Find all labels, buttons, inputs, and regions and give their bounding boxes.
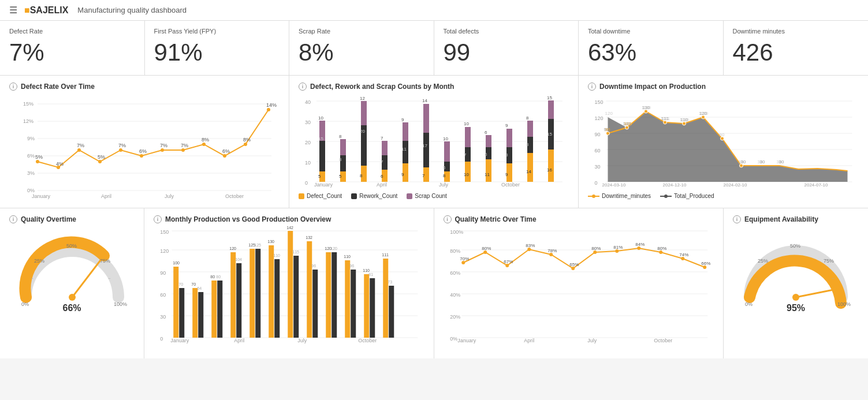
svg-point-26 <box>77 148 81 152</box>
svg-text:5%: 5% <box>35 154 43 160</box>
svg-text:12: 12 <box>360 96 365 101</box>
legend-defect: Defect_Count <box>299 193 342 199</box>
svg-text:7%: 7% <box>160 143 167 148</box>
svg-rect-242 <box>389 286 394 338</box>
svg-text:9: 9 <box>505 123 508 128</box>
svg-text:5: 5 <box>443 165 446 170</box>
kpi-defect-rate-label: Defect Rate <box>9 28 135 35</box>
svg-rect-76 <box>403 122 408 141</box>
legend-rework-color <box>351 193 357 199</box>
info-icon-metric[interactable]: i <box>444 215 452 223</box>
svg-text:2024-12-10: 2024-12-10 <box>663 182 687 188</box>
svg-text:6%: 6% <box>27 153 35 159</box>
svg-text:9%: 9% <box>27 136 35 141</box>
svg-rect-209 <box>230 252 236 338</box>
svg-text:10: 10 <box>305 160 311 166</box>
svg-text:7%: 7% <box>181 143 188 148</box>
legend-defect-color <box>299 193 304 199</box>
svg-text:30: 30 <box>160 314 166 320</box>
svg-point-290 <box>792 294 799 301</box>
svg-text:80%: 80% <box>591 246 601 251</box>
downtime-svg: 0 30 60 90 120 150 <box>588 95 859 188</box>
svg-rect-234 <box>351 270 356 338</box>
svg-rect-210 <box>236 263 241 338</box>
info-icon-defect[interactable]: i <box>9 83 17 91</box>
info-icon-quality[interactable]: i <box>9 215 17 223</box>
svg-text:66%: 66% <box>701 261 710 266</box>
defect-rework-legend: Defect_Count Rework_Count Scrap Count <box>299 193 569 199</box>
kpi-total-defects: Total defects 99 <box>434 21 579 75</box>
svg-text:100: 100 <box>623 121 631 126</box>
svg-text:104: 104 <box>235 257 242 261</box>
svg-rect-110 <box>527 153 533 182</box>
equipment-availability-panel: i Equipment Availability 0% 25% 50% 75% … <box>724 208 868 358</box>
svg-text:~: ~ <box>754 276 757 281</box>
svg-text:October: October <box>501 182 520 188</box>
svg-text:8: 8 <box>339 134 342 139</box>
quality-metric-svg: 0% 20% 40% 60% 80% 100% <box>444 228 714 343</box>
svg-text:January: January <box>314 182 333 188</box>
downtime-legend: Downtime_minutes Total_Produced <box>588 193 859 199</box>
logo: ■SAJELIX <box>24 5 68 16</box>
svg-text:30: 30 <box>779 159 784 165</box>
svg-text:8%: 8% <box>202 137 209 143</box>
svg-text:90: 90 <box>595 132 601 137</box>
kpi-defect-rate: Defect Rate 7% <box>0 21 145 75</box>
info-icon-equipment[interactable]: i <box>733 215 741 223</box>
svg-rect-229 <box>326 252 331 338</box>
quality-gauge-svg: 0% 25% 50% 75% 100% ~ ~ <box>14 234 130 309</box>
monthly-production-svg: 0 30 60 90 120 150 100 70 70 64 <box>154 228 424 343</box>
downtime-chart-title: i Downtime Impact on Production <box>588 83 859 91</box>
kpi-total-downtime-value: 63% <box>588 39 714 66</box>
svg-text:8: 8 <box>443 173 446 178</box>
svg-text:65%: 65% <box>569 262 579 267</box>
info-icon-rework[interactable]: i <box>299 83 307 91</box>
svg-text:4%: 4% <box>56 161 64 167</box>
svg-text:15%: 15% <box>23 101 33 107</box>
svg-text:20%: 20% <box>450 314 460 320</box>
svg-text:3%: 3% <box>27 170 35 176</box>
svg-text:100%: 100% <box>837 301 851 307</box>
svg-line-289 <box>796 289 839 297</box>
svg-text:90: 90 <box>604 127 609 132</box>
svg-text:14: 14 <box>526 169 531 174</box>
svg-text:130: 130 <box>642 105 650 110</box>
svg-text:80: 80 <box>210 275 215 279</box>
svg-text:20: 20 <box>360 129 365 134</box>
info-icon-downtime[interactable]: i <box>588 83 596 91</box>
svg-rect-205 <box>211 281 217 338</box>
kpi-total-downtime-label: Total downtime <box>588 28 714 35</box>
svg-text:July: July <box>587 338 597 343</box>
kpi-total-downtime: Total downtime 63% <box>579 21 724 75</box>
quality-overtime-title: i Quality Overtime <box>9 215 135 223</box>
svg-text:80: 80 <box>720 132 725 137</box>
defect-rework-svg: 0 10 20 30 40 10 15 5 <box>299 95 569 188</box>
kpi-row: Defect Rate 7% First Pass Yield (FPY) 91… <box>0 21 868 76</box>
svg-text:40%: 40% <box>450 292 460 298</box>
svg-text:60: 60 <box>595 148 601 154</box>
menu-icon[interactable]: ☰ <box>9 5 17 16</box>
svg-text:16: 16 <box>547 167 552 173</box>
svg-rect-241 <box>383 259 388 338</box>
svg-rect-70 <box>382 141 388 155</box>
svg-text:40: 40 <box>305 99 311 105</box>
svg-rect-112 <box>527 121 533 137</box>
svg-text:January: January <box>32 193 51 199</box>
svg-rect-226 <box>312 270 318 338</box>
svg-text:30: 30 <box>741 159 746 165</box>
svg-text:7%: 7% <box>77 143 84 148</box>
svg-text:73: 73 <box>388 280 392 284</box>
svg-point-34 <box>244 143 247 146</box>
info-icon-monthly[interactable]: i <box>154 215 162 223</box>
svg-text:9: 9 <box>505 172 508 177</box>
quality-gauge-value: 66% <box>62 303 81 313</box>
svg-text:67%: 67% <box>504 259 513 264</box>
svg-text:50%: 50% <box>790 243 800 249</box>
quality-metric-title: i Quality Metric Over Time <box>444 215 714 223</box>
legend-rework: Rework_Count <box>351 193 397 199</box>
svg-text:6%: 6% <box>139 148 147 154</box>
kpi-fpy: First Pass Yield (FPY) 91% <box>145 21 290 75</box>
svg-text:142: 142 <box>286 226 293 230</box>
svg-text:25%: 25% <box>758 258 768 264</box>
svg-rect-118 <box>548 100 554 119</box>
